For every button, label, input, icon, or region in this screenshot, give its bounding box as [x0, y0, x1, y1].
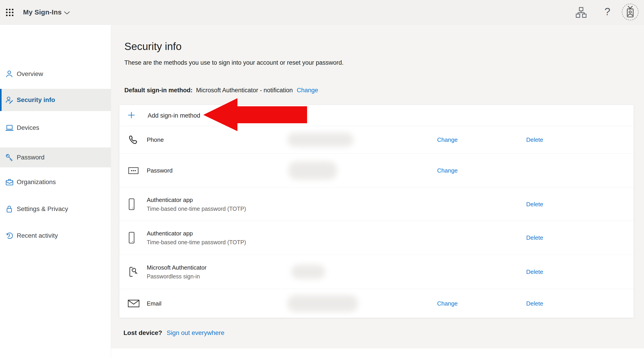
password-change-link[interactable]: Change	[437, 167, 458, 174]
app-launcher-waffle-icon[interactable]	[6, 8, 14, 17]
method-description: Passwordless sign-in	[147, 273, 206, 280]
add-sign-in-method-button[interactable]: Add sign-in method	[120, 105, 634, 126]
phone-delete-link[interactable]: Delete	[526, 136, 543, 144]
sidebar-item-security-info[interactable]: Security info	[0, 89, 111, 111]
default-sign-in-method-line: Default sign-in method: Microsoft Authen…	[124, 87, 318, 94]
add-sign-in-method-label: Add sign-in method	[148, 112, 200, 119]
default-method-label: Default sign-in method:	[124, 87, 192, 94]
phone-key-icon	[128, 266, 139, 278]
lost-device-line: Lost device? Sign out everywhere	[124, 329, 224, 336]
default-method-value: Microsoft Authenticator - notification	[196, 87, 293, 94]
method-description: Time-based one-time password (TOTP)	[147, 239, 246, 246]
main-content: Security info These are the methods you …	[111, 25, 644, 358]
method-name: Authenticator app	[147, 196, 193, 203]
sidebar-item-recent-activity[interactable]: Recent activity	[0, 224, 111, 247]
sidebar-item-devices[interactable]: Devices	[0, 117, 111, 139]
method-name: Email	[147, 300, 162, 307]
sidebar-item-label: Overview	[17, 70, 43, 78]
redacted-phone-number	[288, 133, 354, 147]
help-icon[interactable]: ?	[602, 6, 612, 19]
person-icon	[6, 70, 13, 78]
page-title: Security info	[124, 40, 182, 52]
redacted-password-info	[288, 162, 337, 180]
sign-out-everywhere-link[interactable]: Sign out everywhere	[167, 329, 224, 336]
briefcase-icon	[6, 178, 13, 186]
sidebar-item-label: Security info	[17, 96, 55, 104]
redacted-device-name	[291, 265, 325, 279]
key-icon	[6, 154, 13, 161]
default-method-change-link[interactable]: Change	[297, 87, 318, 94]
smartphone-icon	[128, 231, 139, 244]
sidebar: Overview Security info Devices Password	[0, 25, 111, 358]
method-row-email: Email Change Delete	[120, 289, 634, 318]
method-row-password: Password Change	[120, 153, 634, 188]
sidebar-item-overview[interactable]: Overview	[0, 63, 111, 85]
sidebar-item-organizations[interactable]: Organizations	[0, 171, 111, 193]
content-footer-band	[111, 348, 644, 358]
sidebar-item-settings-privacy[interactable]: Settings & Privacy	[0, 198, 111, 220]
method-name: Microsoft Authenticator	[147, 264, 206, 271]
person-edit-icon	[6, 96, 13, 104]
method-name: Authenticator app	[147, 230, 193, 237]
plus-icon	[128, 112, 135, 120]
microsoft-authenticator-delete-link[interactable]: Delete	[526, 268, 543, 276]
sidebar-item-label: Organizations	[17, 178, 56, 186]
authenticator-app-2-delete-link[interactable]: Delete	[526, 234, 543, 241]
sidebar-item-label: Devices	[17, 124, 39, 132]
method-name: Password	[147, 167, 172, 174]
method-name: Phone	[147, 136, 164, 143]
redacted-email-address	[288, 295, 358, 312]
sidebar-item-label: Password	[17, 154, 44, 161]
authenticator-app-1-delete-link[interactable]: Delete	[526, 200, 543, 208]
sign-in-methods-card: Add sign-in method Phone Change Delete	[120, 105, 634, 318]
password-dots-icon	[128, 164, 139, 177]
lost-device-label: Lost device?	[124, 329, 162, 336]
email-delete-link[interactable]: Delete	[526, 300, 543, 307]
method-row-authenticator-app-1: Authenticator app Time-based one-time pa…	[120, 188, 634, 220]
avatar-id-badge-icon[interactable]	[622, 4, 638, 20]
sidebar-item-label: Recent activity	[17, 232, 58, 239]
phone-handset-icon	[128, 134, 139, 146]
sidebar-item-label: Settings & Privacy	[17, 205, 68, 212]
page-subtitle: These are the methods you use to sign in…	[124, 59, 344, 66]
method-row-phone: Phone Change Delete	[120, 126, 634, 153]
lock-icon	[6, 205, 13, 213]
phone-change-link[interactable]: Change	[437, 136, 458, 144]
method-row-authenticator-app-2: Authenticator app Time-based one-time pa…	[120, 220, 634, 255]
method-row-microsoft-authenticator: Microsoft Authenticator Passwordless sig…	[120, 255, 634, 289]
envelope-icon	[128, 297, 139, 310]
smartphone-icon	[128, 198, 139, 210]
history-clock-icon	[6, 232, 13, 240]
topbar: My Sign-Ins ?	[0, 0, 644, 25]
laptop-icon	[6, 124, 13, 132]
org-chart-icon[interactable]	[575, 7, 587, 18]
email-change-link[interactable]: Change	[437, 300, 458, 307]
app-title: My Sign-Ins	[23, 0, 62, 24]
sidebar-item-password[interactable]: Password	[0, 148, 111, 167]
chevron-down-icon[interactable]	[64, 11, 70, 16]
method-description: Time-based one-time password (TOTP)	[147, 205, 246, 212]
